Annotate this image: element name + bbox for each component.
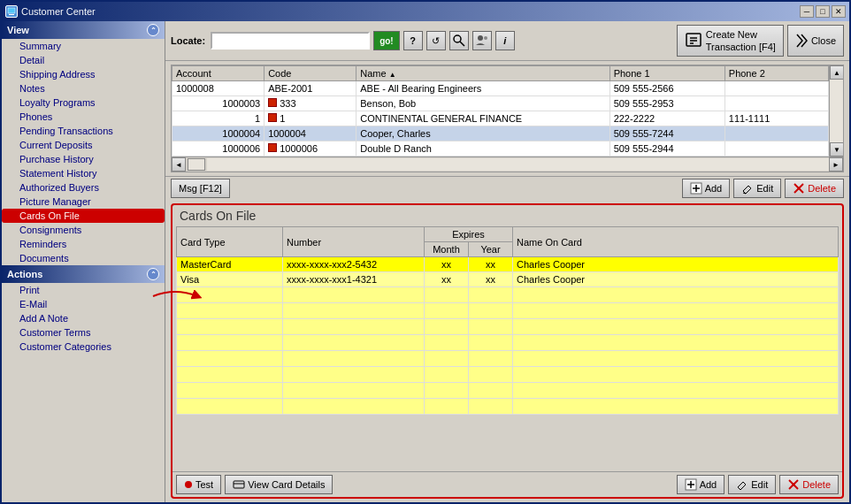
h-scroll-track xyxy=(207,158,829,171)
col-account[interactable]: Account xyxy=(172,66,264,81)
sidebar-item-loyalty-programs[interactable]: Loyalty Programs xyxy=(2,95,165,110)
col-month[interactable]: Month xyxy=(425,242,469,257)
table-row[interactable]: 1 1 CONTINENTAL GENERAL FINANCE 222-2222… xyxy=(172,111,829,126)
scroll-up-button[interactable]: ▲ xyxy=(830,65,844,80)
col-card-type[interactable]: Card Type xyxy=(177,227,283,257)
scroll-left-button[interactable]: ◄ xyxy=(172,157,186,172)
sidebar-item-customer-terms[interactable]: Customer Terms xyxy=(2,325,165,340)
minimize-button[interactable]: ─ xyxy=(800,5,814,18)
people-button[interactable] xyxy=(472,31,492,50)
cards-delete-button[interactable]: Delete xyxy=(779,475,839,494)
title-bar: Customer Center ─ □ ✕ xyxy=(2,2,849,21)
col-phone2[interactable]: Phone 2 xyxy=(724,66,828,81)
info-button[interactable]: i xyxy=(495,31,515,50)
cards-bottom-left: Test View Card Details xyxy=(176,475,333,494)
current-deposits-label: Current Deposits xyxy=(19,140,93,150)
col-name-on-card[interactable]: Name On Card xyxy=(513,227,839,257)
sidebar-item-consignments[interactable]: Consignments xyxy=(2,223,165,237)
sidebar-item-pending-transactions[interactable]: Pending Transactions xyxy=(2,124,165,138)
refresh-button[interactable]: ↺ xyxy=(426,31,446,50)
actions-section-collapse-icon[interactable]: ⌃ xyxy=(147,268,159,280)
row-indicator-dot xyxy=(268,113,277,122)
customer-delete-button[interactable]: Delete xyxy=(785,179,844,198)
table-row[interactable]: 1000008 ABE-2001 ABE - All Bearing Engin… xyxy=(172,81,829,96)
card-row[interactable]: Visa xxxx-xxxx-xxx1-4321 xx xx Charles C… xyxy=(177,272,839,287)
col-phone1[interactable]: Phone 1 xyxy=(610,66,724,81)
table-row-selected[interactable]: 1000004 1000004 Cooper, Charles 509 555-… xyxy=(172,126,829,141)
svg-point-2 xyxy=(454,35,461,42)
sidebar-item-documents[interactable]: Documents xyxy=(2,251,165,265)
cards-table-area: Card Type Number Expires Name On Card Mo… xyxy=(172,226,842,471)
create-transaction-icon xyxy=(685,32,702,50)
card-empty-row xyxy=(177,335,839,351)
customer-categories-label: Customer Categories xyxy=(19,341,111,352)
maximize-button[interactable]: □ xyxy=(816,5,830,18)
create-new-label: Create NewTransaction [F4] xyxy=(706,28,776,54)
svg-rect-0 xyxy=(8,8,15,13)
customer-table-vscroll[interactable]: ▲ ▼ xyxy=(829,65,843,157)
svg-rect-18 xyxy=(234,481,244,488)
view-card-details-button[interactable]: View Card Details xyxy=(225,475,333,494)
customer-add-button[interactable]: Add xyxy=(682,179,731,198)
help-icon: ? xyxy=(410,35,416,46)
test-button[interactable]: Test xyxy=(176,475,221,494)
col-name[interactable]: Name ▲ xyxy=(356,66,610,81)
col-code[interactable]: Code xyxy=(264,66,356,81)
sidebar-item-current-deposits[interactable]: Current Deposits xyxy=(2,138,165,152)
view-section-collapse-icon[interactable]: ⌃ xyxy=(147,24,159,36)
sidebar-item-print[interactable]: Print xyxy=(2,283,165,297)
test-record-icon xyxy=(184,480,193,489)
close-window-button[interactable]: Close xyxy=(787,25,844,57)
card-empty-row xyxy=(177,383,839,399)
scroll-down-button[interactable]: ▼ xyxy=(830,142,844,157)
sidebar: View ⌃ Summary Detail Shipping Address N… xyxy=(2,21,165,502)
add-icon xyxy=(690,182,702,195)
go-button[interactable]: go! xyxy=(373,31,400,50)
svg-line-23 xyxy=(743,482,746,485)
people-icon xyxy=(476,34,488,47)
cards-delete-label: Delete xyxy=(802,479,831,490)
sidebar-item-purchase-history[interactable]: Purchase History xyxy=(2,152,165,166)
svg-point-5 xyxy=(484,36,487,40)
window-close-button[interactable]: ✕ xyxy=(832,5,846,18)
documents-label: Documents xyxy=(19,253,69,263)
customer-edit-button[interactable]: Edit xyxy=(733,179,781,198)
actions-section-header[interactable]: Actions ⌃ xyxy=(2,265,165,283)
col-number[interactable]: Number xyxy=(283,227,425,257)
sidebar-item-statement-history[interactable]: Statement History xyxy=(2,166,165,180)
phones-label: Phones xyxy=(19,111,52,122)
scroll-right-button[interactable]: ► xyxy=(829,157,843,172)
sidebar-item-shipping-address[interactable]: Shipping Address xyxy=(2,67,165,81)
sidebar-item-add-note[interactable]: Add A Note xyxy=(2,311,165,325)
col-year[interactable]: Year xyxy=(469,242,513,257)
msg-button[interactable]: Msg [F12] xyxy=(171,179,230,198)
sidebar-item-summary[interactable]: Summary xyxy=(2,39,165,53)
title-bar-buttons: ─ □ ✕ xyxy=(800,5,846,18)
sidebar-item-customer-categories[interactable]: Customer Categories xyxy=(2,340,165,354)
cards-edit-button[interactable]: Edit xyxy=(728,475,776,494)
customer-action-bar: Msg [F12] Add Edit Delete xyxy=(165,176,849,200)
search-button[interactable] xyxy=(449,31,469,50)
col-expires[interactable]: Expires xyxy=(425,227,513,242)
locate-input[interactable] xyxy=(211,32,370,50)
view-card-details-label: View Card Details xyxy=(248,479,325,490)
customer-table: Account Code Name ▲ Phone 1 Phone 2 1000… xyxy=(172,65,829,157)
table-row[interactable]: 1000006 1000006 Double D Ranch 509 555-2… xyxy=(172,141,829,157)
sidebar-item-phones[interactable]: Phones xyxy=(2,110,165,124)
sidebar-item-authorized-buyers[interactable]: Authorized Buyers xyxy=(2,180,165,195)
sidebar-item-detail[interactable]: Detail xyxy=(2,53,165,67)
sidebar-item-reminders[interactable]: Reminders xyxy=(2,237,165,251)
sidebar-item-email[interactable]: E-Mail xyxy=(2,297,165,311)
sidebar-item-notes[interactable]: Notes xyxy=(2,81,165,95)
sidebar-item-picture-manager[interactable]: Picture Manager xyxy=(2,195,165,209)
edit-label: Edit xyxy=(756,183,773,194)
add-label: Add xyxy=(705,183,723,194)
help-button[interactable]: ? xyxy=(403,31,423,50)
table-row[interactable]: 1000003 333 Benson, Bob 509 555-2953 xyxy=(172,96,829,111)
view-section-header[interactable]: View ⌃ xyxy=(2,21,165,39)
svg-rect-1 xyxy=(9,14,14,15)
cards-add-button[interactable]: Add xyxy=(677,475,725,494)
sidebar-item-cards-on-file[interactable]: Cards On File xyxy=(2,209,165,223)
create-new-transaction-button[interactable]: Create NewTransaction [F4] xyxy=(677,25,784,57)
card-row[interactable]: MasterCard xxxx-xxxx-xxx2-5432 xx xx Cha… xyxy=(177,257,839,272)
